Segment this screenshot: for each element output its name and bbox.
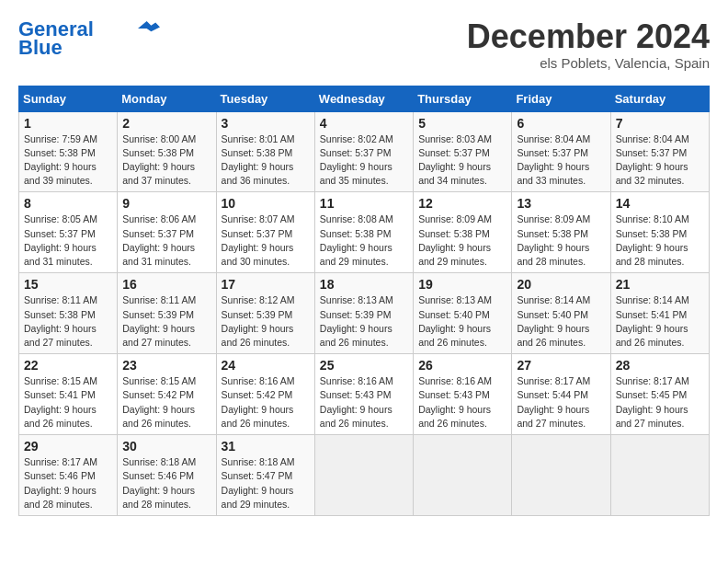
calendar-day-cell: 13Sunrise: 8:09 AM Sunset: 5:38 PM Dayli… <box>512 192 610 273</box>
day-number: 13 <box>517 196 605 211</box>
calendar-day-cell: 25Sunrise: 8:16 AM Sunset: 5:43 PM Dayli… <box>314 354 413 435</box>
day-info-text: Sunrise: 8:11 AM Sunset: 5:38 PM Dayligh… <box>24 293 112 350</box>
day-number: 9 <box>122 196 210 211</box>
day-header-wednesday: Wednesday <box>314 86 413 111</box>
calendar-day-cell: 24Sunrise: 8:16 AM Sunset: 5:42 PM Dayli… <box>216 354 314 435</box>
day-info-text: Sunrise: 8:16 AM Sunset: 5:43 PM Dayligh… <box>418 374 506 431</box>
calendar-day-cell: 7Sunrise: 8:04 AM Sunset: 5:37 PM Daylig… <box>610 111 709 192</box>
day-header-saturday: Saturday <box>610 86 709 111</box>
day-number: 28 <box>616 358 704 373</box>
day-info-text: Sunrise: 8:16 AM Sunset: 5:42 PM Dayligh… <box>222 374 310 431</box>
day-info-text: Sunrise: 8:09 AM Sunset: 5:38 PM Dayligh… <box>517 213 605 269</box>
day-info-text: Sunrise: 8:10 AM Sunset: 5:38 PM Dayligh… <box>616 213 704 269</box>
calendar-day-cell: 2Sunrise: 8:00 AM Sunset: 5:38 PM Daylig… <box>118 111 216 192</box>
calendar-day-cell: 4Sunrise: 8:02 AM Sunset: 5:37 PM Daylig… <box>314 111 413 192</box>
day-info-text: Sunrise: 8:17 AM Sunset: 5:46 PM Dayligh… <box>24 455 112 511</box>
day-number: 4 <box>320 116 408 131</box>
day-number: 16 <box>122 277 210 292</box>
day-info-text: Sunrise: 8:05 AM Sunset: 5:37 PM Dayligh… <box>24 213 112 269</box>
day-number: 21 <box>616 277 704 292</box>
day-number: 26 <box>418 358 506 373</box>
day-number: 1 <box>24 116 112 131</box>
calendar-empty-cell <box>314 435 413 516</box>
day-info-text: Sunrise: 8:14 AM Sunset: 5:41 PM Dayligh… <box>616 293 704 350</box>
calendar-day-cell: 5Sunrise: 8:03 AM Sunset: 5:37 PM Daylig… <box>414 111 512 192</box>
day-info-text: Sunrise: 7:59 AM Sunset: 5:38 PM Dayligh… <box>24 132 112 189</box>
day-header-monday: Monday <box>118 86 216 111</box>
calendar-day-cell: 17Sunrise: 8:12 AM Sunset: 5:39 PM Dayli… <box>216 273 314 354</box>
day-number: 5 <box>418 116 506 131</box>
calendar-day-cell: 23Sunrise: 8:15 AM Sunset: 5:42 PM Dayli… <box>118 354 216 435</box>
calendar-day-cell: 10Sunrise: 8:07 AM Sunset: 5:37 PM Dayli… <box>216 192 314 273</box>
day-number: 14 <box>616 196 704 211</box>
calendar-table: SundayMondayTuesdayWednesdayThursdayFrid… <box>18 86 710 516</box>
title-section: December 2024 els Poblets, Valencia, Spa… <box>467 18 710 71</box>
day-info-text: Sunrise: 8:04 AM Sunset: 5:37 PM Dayligh… <box>517 132 605 189</box>
day-number: 24 <box>222 358 310 373</box>
calendar-day-cell: 6Sunrise: 8:04 AM Sunset: 5:37 PM Daylig… <box>512 111 610 192</box>
calendar-day-cell: 9Sunrise: 8:06 AM Sunset: 5:37 PM Daylig… <box>118 192 216 273</box>
calendar-week-row: 29Sunrise: 8:17 AM Sunset: 5:46 PM Dayli… <box>19 435 710 516</box>
day-info-text: Sunrise: 8:17 AM Sunset: 5:45 PM Dayligh… <box>616 374 704 431</box>
location: els Poblets, Valencia, Spain <box>467 55 710 71</box>
day-number: 31 <box>222 439 310 454</box>
calendar-day-cell: 12Sunrise: 8:09 AM Sunset: 5:38 PM Dayli… <box>414 192 512 273</box>
day-number: 20 <box>517 277 605 292</box>
calendar-day-cell: 15Sunrise: 8:11 AM Sunset: 5:38 PM Dayli… <box>19 273 118 354</box>
calendar-day-cell: 3Sunrise: 8:01 AM Sunset: 5:38 PM Daylig… <box>216 111 314 192</box>
day-number: 27 <box>517 358 605 373</box>
calendar-day-cell: 22Sunrise: 8:15 AM Sunset: 5:41 PM Dayli… <box>19 354 118 435</box>
page-header: General Blue December 2024 els Poblets, … <box>18 18 710 71</box>
day-info-text: Sunrise: 8:18 AM Sunset: 5:46 PM Dayligh… <box>122 455 210 511</box>
calendar-day-cell: 21Sunrise: 8:14 AM Sunset: 5:41 PM Dayli… <box>610 273 709 354</box>
day-number: 10 <box>222 196 310 211</box>
day-number: 25 <box>320 358 408 373</box>
day-info-text: Sunrise: 8:14 AM Sunset: 5:40 PM Dayligh… <box>517 293 605 350</box>
day-info-text: Sunrise: 8:15 AM Sunset: 5:42 PM Dayligh… <box>122 374 210 431</box>
day-number: 2 <box>122 116 210 131</box>
day-info-text: Sunrise: 8:11 AM Sunset: 5:39 PM Dayligh… <box>122 293 210 350</box>
calendar-day-cell: 28Sunrise: 8:17 AM Sunset: 5:45 PM Dayli… <box>610 354 709 435</box>
calendar-empty-cell <box>414 435 512 516</box>
calendar-day-cell: 18Sunrise: 8:13 AM Sunset: 5:39 PM Dayli… <box>314 273 413 354</box>
svg-marker-0 <box>138 21 160 31</box>
calendar-week-row: 22Sunrise: 8:15 AM Sunset: 5:41 PM Dayli… <box>19 354 710 435</box>
calendar-week-row: 15Sunrise: 8:11 AM Sunset: 5:38 PM Dayli… <box>19 273 710 354</box>
day-info-text: Sunrise: 8:18 AM Sunset: 5:47 PM Dayligh… <box>222 455 310 511</box>
day-info-text: Sunrise: 8:09 AM Sunset: 5:38 PM Dayligh… <box>418 213 506 269</box>
day-number: 11 <box>320 196 408 211</box>
day-number: 8 <box>24 196 112 211</box>
calendar-empty-cell <box>610 435 709 516</box>
calendar-day-cell: 8Sunrise: 8:05 AM Sunset: 5:37 PM Daylig… <box>19 192 118 273</box>
calendar-day-cell: 20Sunrise: 8:14 AM Sunset: 5:40 PM Dayli… <box>512 273 610 354</box>
day-header-thursday: Thursday <box>414 86 512 111</box>
day-info-text: Sunrise: 8:15 AM Sunset: 5:41 PM Dayligh… <box>24 374 112 431</box>
day-info-text: Sunrise: 8:03 AM Sunset: 5:37 PM Dayligh… <box>418 132 506 189</box>
calendar-day-cell: 1Sunrise: 7:59 AM Sunset: 5:38 PM Daylig… <box>19 111 118 192</box>
day-number: 23 <box>122 358 210 373</box>
day-info-text: Sunrise: 8:12 AM Sunset: 5:39 PM Dayligh… <box>222 293 310 350</box>
day-info-text: Sunrise: 8:00 AM Sunset: 5:38 PM Dayligh… <box>122 132 210 189</box>
calendar-day-cell: 26Sunrise: 8:16 AM Sunset: 5:43 PM Dayli… <box>414 354 512 435</box>
day-info-text: Sunrise: 8:01 AM Sunset: 5:38 PM Dayligh… <box>222 132 310 189</box>
day-info-text: Sunrise: 8:17 AM Sunset: 5:44 PM Dayligh… <box>517 374 605 431</box>
day-number: 18 <box>320 277 408 292</box>
day-info-text: Sunrise: 8:02 AM Sunset: 5:37 PM Dayligh… <box>320 132 408 189</box>
calendar-day-cell: 16Sunrise: 8:11 AM Sunset: 5:39 PM Dayli… <box>118 273 216 354</box>
day-number: 12 <box>418 196 506 211</box>
day-info-text: Sunrise: 8:13 AM Sunset: 5:40 PM Dayligh… <box>418 293 506 350</box>
day-info-text: Sunrise: 8:13 AM Sunset: 5:39 PM Dayligh… <box>320 293 408 350</box>
calendar-day-cell: 14Sunrise: 8:10 AM Sunset: 5:38 PM Dayli… <box>610 192 709 273</box>
calendar-header-row: SundayMondayTuesdayWednesdayThursdayFrid… <box>19 86 710 111</box>
calendar-body: 1Sunrise: 7:59 AM Sunset: 5:38 PM Daylig… <box>19 111 710 515</box>
day-number: 3 <box>222 116 310 131</box>
day-header-sunday: Sunday <box>19 86 118 111</box>
calendar-day-cell: 11Sunrise: 8:08 AM Sunset: 5:38 PM Dayli… <box>314 192 413 273</box>
calendar-day-cell: 19Sunrise: 8:13 AM Sunset: 5:40 PM Dayli… <box>414 273 512 354</box>
day-number: 15 <box>24 277 112 292</box>
day-number: 7 <box>616 116 704 131</box>
day-info-text: Sunrise: 8:06 AM Sunset: 5:37 PM Dayligh… <box>122 213 210 269</box>
day-number: 17 <box>222 277 310 292</box>
logo: General Blue <box>18 18 160 59</box>
calendar-day-cell: 29Sunrise: 8:17 AM Sunset: 5:46 PM Dayli… <box>19 435 118 516</box>
